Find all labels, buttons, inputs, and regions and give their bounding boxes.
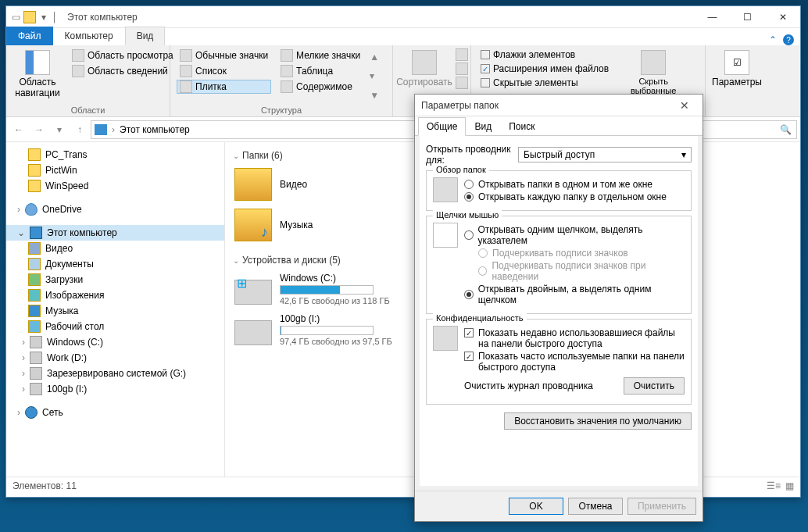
layout-down-icon[interactable]: ▼ [370, 90, 379, 101]
tree-item[interactable]: PC_Trans [6, 147, 224, 162]
folder-icon [28, 148, 41, 161]
forward-button[interactable]: → [30, 120, 48, 139]
recent-dd[interactable]: ▾ [50, 120, 69, 139]
folder-tile[interactable]: ♪Музыка [233, 206, 413, 244]
nav-pane-icon [25, 50, 50, 75]
nav-tree[interactable]: PC_Trans PictWin WinSpeed ›OneDrive ⌄Это… [6, 142, 225, 477]
tree-item[interactable]: Загрузки [6, 272, 224, 287]
chk-extensions[interactable]: ✓Расширения имен файлов [477, 62, 612, 75]
tab-view[interactable]: Вид [466, 117, 500, 136]
details-pane-button[interactable]: Область сведений [69, 64, 177, 78]
chk-frequent-folders[interactable]: ✓Показать часто используемые папки на па… [464, 351, 685, 373]
drive-icon: ⊞ [234, 280, 272, 305]
drive-icon [30, 352, 42, 364]
radio-underline-always: Подчеркивать подписи значков [464, 248, 685, 259]
table-icon [281, 65, 293, 77]
clear-button[interactable]: Очистить [624, 377, 685, 395]
columns-icon[interactable] [456, 62, 468, 75]
search-icon: 🔍 [780, 124, 792, 135]
restore-defaults-button[interactable]: Восстановить значения по умолчанию [504, 412, 692, 430]
tree-item[interactable]: Видео [6, 241, 224, 256]
tree-item[interactable]: ›Windows (C:) [6, 334, 224, 350]
cloud-icon [25, 203, 38, 216]
dialog-close-button[interactable]: ✕ [673, 99, 696, 112]
tree-item-onedrive[interactable]: ›OneDrive [6, 202, 224, 217]
large-view-icon[interactable]: ▦ [785, 480, 794, 491]
help-icon[interactable]: ? [783, 34, 794, 45]
chk-flags[interactable]: Флажки элементов [477, 48, 612, 61]
dialog-tabs: Общие Вид Поиск [415, 116, 703, 136]
open-explorer-select[interactable]: Быстрый доступ▾ [518, 147, 692, 162]
tree-item[interactable]: PictWin [6, 162, 224, 178]
drive-tile[interactable]: 100gb (I:)97,4 ГБ свободно из 97,5 ГБ [233, 311, 413, 348]
tree-item[interactable]: WinSpeed [6, 178, 224, 194]
titlebar: ▭ ▾ │ Этот компьютер — ☐ ✕ [6, 6, 800, 28]
minimize-button[interactable]: — [695, 6, 730, 28]
music-folder-icon: ♪ [234, 209, 272, 241]
ribbon-tabs: Файл Компьютер Вид ⌃ ? [6, 28, 800, 45]
preview-pane-button[interactable]: Область просмотра [69, 48, 177, 62]
checkbox-icon [481, 50, 490, 59]
tree-item[interactable]: ›Work (D:) [6, 350, 224, 366]
privacy-group: Конфиденциальность ✓Показать недавно исп… [426, 319, 692, 405]
folder-tile[interactable]: Видео [233, 166, 413, 203]
ok-button[interactable]: OK [509, 498, 563, 515]
layout-small[interactable]: Мелкие значки [277, 48, 363, 62]
radio-underline-hover: Подчеркивать подписи значков при наведен… [464, 260, 685, 282]
radio-same-window[interactable]: Открывать папки в одном и том же окне [464, 179, 685, 190]
ribbon-collapse-icon[interactable]: ⌃ [769, 34, 777, 45]
chevron-right-icon: › [112, 124, 115, 135]
tab-general[interactable]: Общие [418, 117, 466, 136]
system-icon[interactable]: ▭ [9, 11, 22, 23]
layout-dd-icon[interactable]: ▾ [370, 70, 379, 81]
layout-normal[interactable]: Обычные значки [177, 48, 271, 62]
qat-dropdown[interactable]: ▾ [38, 11, 50, 23]
tree-item[interactable]: ›100gb (I:) [6, 381, 224, 397]
tree-item[interactable]: Рабочий стол [6, 319, 224, 334]
chk-hidden[interactable]: Скрытые элементы [477, 77, 612, 89]
tab-computer[interactable]: Компьютер [53, 27, 125, 45]
cancel-button[interactable]: Отмена [568, 498, 623, 515]
video-folder-icon [234, 168, 272, 201]
tree-item[interactable]: ›Зарезервировано системой (G:) [6, 366, 224, 381]
tab-view[interactable]: Вид [125, 27, 166, 45]
group-icon[interactable] [456, 48, 468, 61]
fit-icon[interactable] [456, 77, 468, 89]
image-icon [28, 289, 41, 302]
drive-tile[interactable]: ⊞ Windows (C:)42,6 ГБ свободно из 118 ГБ [233, 270, 413, 308]
layout-table[interactable]: Таблица [277, 64, 363, 78]
folder-icon [28, 164, 41, 177]
folder-options-dialog: Параметры папок ✕ Общие Вид Поиск Открыт… [414, 94, 703, 522]
tree-item[interactable]: Музыка [6, 303, 224, 319]
tab-file[interactable]: Файл [6, 27, 53, 45]
radio-single-click[interactable]: Открывать одним щелчком, выделять указат… [464, 224, 685, 246]
nav-pane-button[interactable]: Область навигации [13, 48, 63, 104]
breadcrumb[interactable]: Этот компьютер [120, 124, 190, 135]
details-view-icon[interactable]: ☰≡ [767, 480, 781, 491]
tree-item-network[interactable]: ›Сеть [6, 405, 224, 420]
close-button[interactable]: ✕ [765, 6, 800, 28]
tree-item[interactable]: Документы [6, 256, 224, 272]
group-areas-label: Области [13, 104, 163, 115]
radio-double-click[interactable]: Открывать двойным, а выделять одним щелч… [464, 284, 685, 305]
layout-content[interactable]: Содержимое [277, 80, 363, 94]
tile-icon [180, 80, 192, 93]
back-button[interactable]: ← [9, 120, 28, 139]
layout-up-icon[interactable]: ▲ [370, 52, 379, 62]
radio-separate-window[interactable]: Открывать каждую папку в отдельном окне [464, 191, 685, 202]
chk-recent-files[interactable]: ✓Показать недавно использовавшиеся файлы… [464, 327, 685, 349]
apply-button[interactable]: Применить [627, 498, 696, 515]
window-title: Этот компьютер [67, 12, 138, 23]
browse-icon [433, 177, 458, 202]
up-button[interactable]: ↑ [70, 120, 89, 139]
dialog-footer: OK Отмена Применить [415, 491, 703, 521]
small-icon [281, 49, 293, 62]
layout-tile[interactable]: Плитка [177, 80, 271, 94]
tree-item-thispc[interactable]: ⌄Этот компьютер [6, 225, 224, 241]
tree-item[interactable]: Изображения [6, 287, 224, 303]
dialog-body: Открыть проводник для: Быстрый доступ▾ О… [420, 136, 698, 486]
tab-search[interactable]: Поиск [500, 117, 543, 136]
options-button[interactable]: ☑ Параметры [712, 48, 762, 113]
maximize-button[interactable]: ☐ [730, 6, 765, 28]
layout-list[interactable]: Список [177, 64, 271, 78]
